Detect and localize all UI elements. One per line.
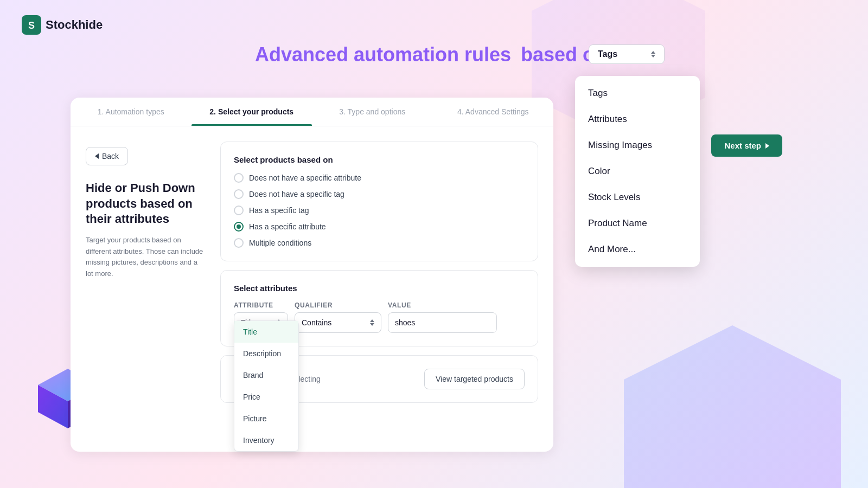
next-step-button[interactable]: Next step bbox=[711, 134, 782, 157]
attr-dd-brand[interactable]: Brand bbox=[234, 364, 298, 386]
dropdown-item-and-more[interactable]: And More... bbox=[575, 236, 700, 262]
svg-text:S: S bbox=[28, 20, 35, 31]
attr-dd-description[interactable]: Description bbox=[234, 343, 298, 364]
logo-text: Stockhide bbox=[46, 18, 103, 32]
step-automation-types[interactable]: 1. Automation types bbox=[71, 98, 192, 126]
tags-select-value: Tags bbox=[598, 49, 617, 59]
value-input[interactable] bbox=[388, 312, 497, 333]
radio-multiple-conditions[interactable]: Multiple conditions bbox=[234, 238, 525, 248]
radio-circle-3 bbox=[234, 206, 244, 215]
select-products-section: Select products based on Does not have a… bbox=[220, 142, 538, 261]
attribute-label: Attribute bbox=[234, 301, 288, 309]
step-select-products[interactable]: 2. Select your products bbox=[192, 98, 312, 126]
radio-circle-1 bbox=[234, 173, 244, 183]
select-products-title: Select products based on bbox=[234, 155, 525, 164]
radio-circle-5 bbox=[234, 238, 244, 248]
select-attributes-title: Select attributes bbox=[234, 284, 525, 293]
step-advanced-settings[interactable]: 4. Advanced Settings bbox=[433, 98, 554, 126]
logo: S Stockhide bbox=[22, 15, 103, 35]
dropdown-item-tags[interactable]: Tags bbox=[575, 80, 700, 106]
dropdown-item-attributes[interactable]: Attributes bbox=[575, 106, 700, 132]
radio-has-specific-attribute[interactable]: Has a specific attribute bbox=[234, 222, 525, 232]
qualifier-label: Qualifier bbox=[295, 301, 381, 309]
select-attributes-section: Select attributes Attribute Title bbox=[220, 270, 538, 346]
attr-dd-picture[interactable]: Picture bbox=[234, 408, 298, 429]
radio-no-specific-tag[interactable]: Does not have a specific tag bbox=[234, 189, 525, 199]
tags-chevron-icon bbox=[651, 51, 655, 57]
radio-label-1: Does not have a specific attribute bbox=[249, 174, 361, 182]
left-panel-title: Hide or Push Down products based on thei… bbox=[86, 181, 205, 227]
value-label: Value bbox=[388, 301, 497, 309]
radio-has-specific-tag[interactable]: Has a specific tag bbox=[234, 206, 525, 215]
tags-select[interactable]: Tags bbox=[589, 44, 665, 64]
radio-no-specific-attribute[interactable]: Does not have a specific attribute bbox=[234, 173, 525, 183]
left-panel-description: Target your products based on different … bbox=[86, 235, 205, 280]
heading-prefix: Advanced automation rules bbox=[255, 43, 511, 66]
attr-dd-price[interactable]: Price bbox=[234, 386, 298, 408]
back-button-label: Back bbox=[102, 152, 119, 160]
qualifier-column: Qualifier Contains bbox=[295, 301, 381, 333]
attr-dd-inventory[interactable]: Inventory bbox=[234, 429, 298, 451]
radio-circle-2 bbox=[234, 189, 244, 199]
qualifier-select-value: Contains bbox=[302, 318, 331, 327]
dropdown-menu: Tags Attributes Missing Images Color Sto… bbox=[575, 76, 700, 267]
bg-decoration-hex2 bbox=[624, 325, 841, 488]
back-button[interactable]: Back bbox=[86, 147, 128, 165]
radio-label-4: Has a specific attribute bbox=[249, 222, 326, 231]
radio-label-5: Multiple conditions bbox=[249, 239, 311, 247]
radio-label-2: Does not have a specific tag bbox=[249, 190, 344, 198]
dropdown-item-color[interactable]: Color bbox=[575, 158, 700, 184]
steps-nav: 1. Automation types 2. Select your produ… bbox=[71, 98, 553, 126]
radio-circle-4 bbox=[234, 222, 244, 232]
dropdown-item-stock-levels[interactable]: Stock Levels bbox=[575, 184, 700, 210]
next-arrow-icon bbox=[765, 143, 769, 149]
card-body: Back Hide or Push Down products based on… bbox=[71, 126, 553, 452]
radio-group: Does not have a specific attribute Does … bbox=[234, 173, 525, 248]
step-type-options[interactable]: 3. Type and options bbox=[312, 98, 433, 126]
dropdown-item-product-name[interactable]: Product Name bbox=[575, 210, 700, 236]
logo-icon: S bbox=[22, 15, 41, 35]
attr-dd-title[interactable]: Title bbox=[234, 321, 298, 343]
dropdown-item-missing-images[interactable]: Missing Images bbox=[575, 132, 700, 158]
main-heading: Advanced automation rules based on: bbox=[255, 43, 613, 66]
main-card: 1. Automation types 2. Select your produ… bbox=[71, 98, 553, 452]
qualifier-select[interactable]: Contains bbox=[295, 312, 381, 333]
right-panel: Select products based on Does not have a… bbox=[220, 142, 538, 436]
qualifier-chevron-icon bbox=[370, 319, 374, 326]
back-arrow-icon bbox=[95, 153, 99, 159]
left-panel: Back Hide or Push Down products based on… bbox=[86, 142, 205, 436]
next-step-label: Next step bbox=[724, 141, 761, 150]
attribute-dropdown-menu: Title Description Brand Price Picture In… bbox=[234, 320, 299, 452]
value-column: Value bbox=[388, 301, 497, 333]
view-targeted-products-button[interactable]: View targeted products bbox=[424, 369, 525, 389]
radio-label-3: Has a specific tag bbox=[249, 206, 309, 215]
